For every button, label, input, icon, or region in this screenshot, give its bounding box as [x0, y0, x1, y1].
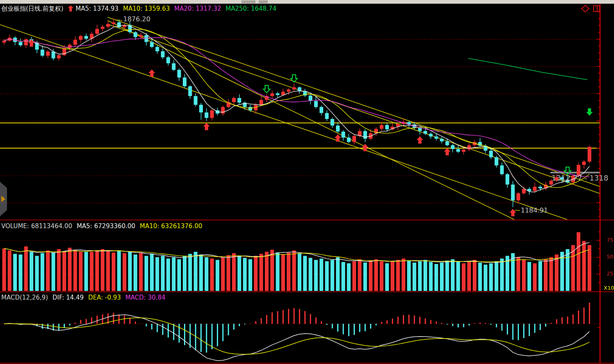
range-label: 1312.77 - 1318 — [552, 174, 608, 182]
ma20-value: MA20: 1317.32 — [174, 5, 221, 12]
diamond-icon[interactable] — [581, 5, 590, 13]
volume-axis-label-50: 50 — [607, 254, 614, 260]
instrument-title: 创业板指(日线.前复权) — [1, 5, 63, 12]
high-price-label: 1876.20 — [123, 15, 150, 23]
volume-ma10-value: MA10: 63261376.00 — [140, 222, 202, 230]
ma10-value: MA10: 1359.63 — [123, 5, 170, 12]
volume-scale-label: X10 — [604, 285, 614, 291]
price-pane-header: 创业板指(日线.前复权) MA5: 1374.93 MA10: 1359.63 … — [1, 5, 279, 13]
ma5-value: MA5: 1374.93 — [76, 5, 119, 12]
stock-chart-window: { "header": { "title": "创业板指(日线.前复权)", "… — [0, 0, 614, 364]
macd-pane-header: MACD(12,26,9) DIF: 14.49 DEA: -0.93 MACD… — [1, 294, 168, 301]
macd-value: MACD: 30.84 — [125, 294, 166, 301]
trendlines — [0, 17, 600, 220]
dea-value: DEA: -0.93 — [88, 294, 121, 301]
dif-value: DIF: 14.49 — [53, 294, 84, 301]
low-label-pointer — [515, 210, 520, 211]
up-arrow-icon — [68, 5, 74, 11]
price-ma250-line — [468, 58, 587, 80]
macd-formula: MACD(12,26,9) — [1, 294, 48, 301]
volume-axis-label-75: 75 — [607, 237, 614, 243]
ma250-value: MA250: 1648.74 — [225, 5, 276, 12]
volume-pane-header: VOLUME: 68113464.00 MA5: 67293360.00 MA1… — [1, 222, 205, 230]
price-gridlines — [0, 39, 600, 203]
flyout-arrow-icon — [1, 196, 5, 202]
volume-axis-label-25: 25 — [607, 270, 614, 277]
macd-histogram — [4, 303, 589, 353]
chart-canvas[interactable] — [0, 0, 614, 364]
volume-value: VOLUME: 68113464.00 — [1, 222, 72, 230]
frame — [0, 4, 614, 363]
volume-ma5-value: MA5: 67293360.00 — [77, 222, 136, 230]
low-price-label: 1184.91 — [521, 206, 548, 214]
price-ma20-line — [4, 38, 589, 177]
split-window-icon[interactable] — [593, 5, 601, 13]
